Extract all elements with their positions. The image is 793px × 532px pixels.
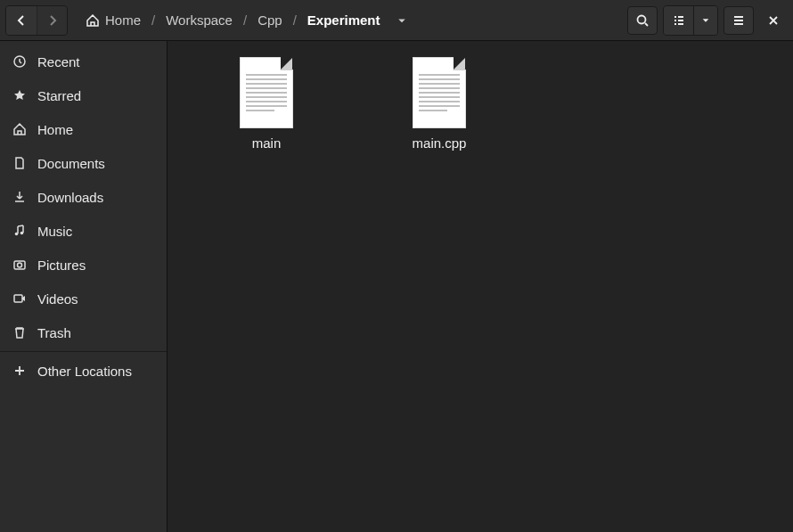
- sidebar-item-label: Downloads: [37, 190, 103, 205]
- svg-point-5: [18, 263, 22, 267]
- sidebar-item-label: Trash: [37, 325, 71, 340]
- file-item[interactable]: main: [180, 57, 353, 167]
- breadcrumb-cpp[interactable]: Cpp: [256, 9, 284, 31]
- search-button[interactable]: [627, 6, 658, 35]
- search-icon: [635, 13, 650, 28]
- svg-point-2: [15, 233, 19, 236]
- breadcrumb-separator: /: [146, 12, 160, 28]
- home-icon: [86, 13, 100, 28]
- chevron-right-icon: [45, 13, 60, 28]
- sidebar-item-label: Pictures: [37, 258, 86, 273]
- sidebar-item-trash[interactable]: Trash: [0, 315, 167, 349]
- sidebar-item-videos[interactable]: Videos: [0, 282, 167, 315]
- chevron-left-icon: [14, 13, 29, 28]
- toolbar: Home / Workspace / Cpp / Experiment: [0, 0, 793, 41]
- text-file-icon: [240, 57, 293, 128]
- trash-icon: [12, 325, 27, 340]
- file-item[interactable]: main.cpp: [353, 57, 526, 167]
- view-options-button[interactable]: [694, 6, 717, 35]
- sidebar-item-label: Starred: [37, 88, 81, 103]
- view-switcher: [663, 5, 718, 36]
- sidebar-item-documents[interactable]: Documents: [0, 146, 167, 180]
- star-icon: [12, 88, 27, 102]
- breadcrumb-workspace[interactable]: Workspace: [164, 9, 234, 31]
- hamburger-menu-button[interactable]: [724, 6, 754, 35]
- hamburger-icon: [732, 13, 746, 28]
- forward-button[interactable]: [37, 6, 67, 35]
- list-icon: [672, 13, 686, 28]
- breadcrumb-current[interactable]: Experiment: [306, 9, 382, 31]
- close-button[interactable]: [759, 6, 788, 35]
- svg-point-0: [638, 15, 646, 23]
- sidebar-item-pictures[interactable]: Pictures: [0, 248, 167, 282]
- home-icon: [12, 122, 27, 136]
- sidebar-separator: [0, 351, 167, 352]
- breadcrumb-label: Home: [105, 12, 141, 28]
- plus-icon: [12, 364, 27, 378]
- camera-icon: [12, 258, 27, 272]
- close-icon: [766, 13, 781, 28]
- document-icon: [12, 156, 27, 170]
- breadcrumb-separator: /: [288, 12, 302, 28]
- sidebar-item-label: Other Locations: [37, 364, 132, 379]
- breadcrumb-separator: /: [238, 12, 252, 28]
- sidebar-item-label: Documents: [37, 156, 105, 171]
- toolbar-right: [627, 5, 788, 36]
- svg-rect-6: [14, 295, 22, 302]
- sidebar-item-starred[interactable]: Starred: [0, 78, 167, 112]
- video-icon: [12, 291, 27, 306]
- file-name: main.cpp: [413, 135, 467, 151]
- file-name: main: [252, 135, 282, 151]
- sidebar-item-label: Recent: [37, 54, 80, 70]
- breadcrumb: Home / Workspace / Cpp / Experiment: [73, 9, 622, 31]
- back-button[interactable]: [6, 6, 37, 35]
- sidebar-item-label: Music: [37, 224, 72, 239]
- sidebar-item-recent[interactable]: Recent: [0, 45, 167, 78]
- clock-icon: [12, 54, 27, 69]
- svg-point-3: [20, 232, 24, 235]
- sidebar: Recent Starred Home Documents Downloads …: [0, 41, 168, 532]
- music-icon: [12, 224, 27, 238]
- text-file-icon: [413, 57, 466, 128]
- sidebar-item-downloads[interactable]: Downloads: [0, 180, 167, 214]
- breadcrumb-home[interactable]: Home: [84, 9, 143, 31]
- caret-down-icon[interactable]: [396, 15, 407, 26]
- sidebar-item-other-locations[interactable]: Other Locations: [0, 354, 167, 388]
- list-view-button[interactable]: [664, 6, 694, 35]
- sidebar-item-music[interactable]: Music: [0, 214, 167, 248]
- file-grid[interactable]: main main.cpp: [168, 41, 793, 532]
- caret-down-icon: [701, 16, 710, 25]
- download-icon: [12, 190, 27, 204]
- sidebar-item-label: Home: [37, 122, 73, 137]
- nav-buttons: [5, 5, 68, 36]
- sidebar-item-label: Videos: [37, 291, 78, 307]
- sidebar-item-home[interactable]: Home: [0, 112, 167, 146]
